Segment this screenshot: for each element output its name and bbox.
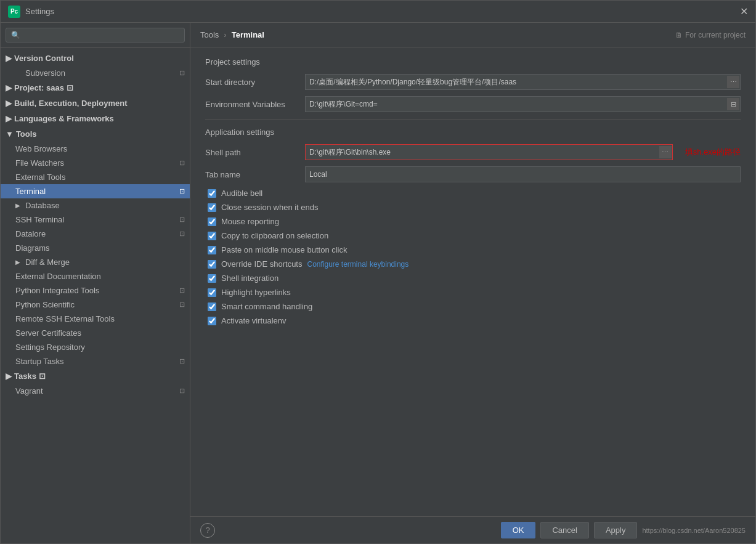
sidebar-item-python-integrated[interactable]: Python Integrated Tools ⊡: [1, 283, 190, 298]
tab-name-row: Tab name: [205, 166, 741, 182]
breadcrumb-project: 🗎 For current project: [675, 31, 746, 39]
breadcrumb-separator: ›: [224, 30, 226, 39]
override-ide-label: Override IDE shortcuts: [221, 259, 303, 269]
breadcrumb-terminal: Terminal: [232, 30, 264, 39]
sync-icon: ⊡: [179, 159, 185, 167]
help-button[interactable]: ?: [200, 523, 215, 538]
audible-bell-checkbox[interactable]: [208, 189, 216, 198]
sidebar-item-diagrams[interactable]: Diagrams: [1, 241, 190, 255]
arrow-icon: ▶: [15, 259, 23, 266]
sidebar-item-project-saas[interactable]: ▶ Project: saas ⊡: [1, 80, 190, 95]
copy-clipboard-checkbox[interactable]: [208, 232, 216, 240]
paste-middle-label: Paste on middle mouse button click: [221, 245, 348, 254]
mouse-reporting-label: Mouse reporting: [221, 217, 279, 226]
highlight-hyperlinks-checkbox[interactable]: [208, 288, 216, 297]
start-directory-input-wrapper: ⋯: [305, 74, 741, 90]
project-icon: 🗎: [675, 31, 683, 39]
sidebar-item-vagrant[interactable]: Vagrant ⊡: [1, 384, 190, 398]
shell-path-input-wrapper: ⋯: [305, 144, 673, 160]
right-panel: Tools › Terminal 🗎 For current project P…: [190, 23, 755, 543]
breadcrumb: Tools › Terminal 🗎 For current project: [190, 23, 755, 47]
sync-icon: ⊡: [179, 187, 185, 195]
sync-icon: ⊡: [39, 371, 46, 381]
sidebar-item-file-watchers[interactable]: File Watchers ⊡: [1, 156, 190, 170]
ok-button[interactable]: OK: [501, 522, 536, 538]
checkbox-override-ide: Override IDE shortcuts Configure termina…: [205, 259, 741, 269]
sidebar-item-web-browsers[interactable]: Web Browsers: [1, 142, 190, 156]
shell-path-browse-btn[interactable]: ⋯: [659, 146, 672, 158]
mouse-reporting-checkbox[interactable]: [208, 217, 216, 226]
sidebar-item-external-docs[interactable]: External Documentation: [1, 269, 190, 283]
sidebar-item-remote-ssh[interactable]: Remote SSH External Tools: [1, 312, 190, 326]
search-box: [1, 23, 190, 48]
close-session-checkbox[interactable]: [208, 203, 216, 212]
sidebar-item-languages-frameworks[interactable]: ▶ Languages & Frameworks: [1, 111, 190, 126]
paste-middle-checkbox[interactable]: [208, 246, 216, 254]
url-text: https://blog.csdn.net/Aaron520825: [642, 527, 746, 534]
override-ide-checkbox[interactable]: [208, 260, 216, 269]
bottom-bar: ? OK Cancel Apply https://blog.csdn.net/…: [190, 516, 755, 543]
sidebar-item-version-control[interactable]: ▶ Version Control: [1, 51, 190, 66]
activate-virtualenv-label: Activate virtualenv: [221, 316, 287, 325]
sidebar-item-tasks[interactable]: ▶ Tasks ⊡: [1, 368, 190, 384]
checkbox-mouse-reporting: Mouse reporting: [205, 217, 741, 226]
title-bar-left: Pc Settings: [8, 6, 54, 18]
env-variables-row: Environment Variables ⊟: [205, 96, 741, 112]
sidebar-item-build-execution[interactable]: ▶ Build, Execution, Deployment: [1, 95, 190, 111]
sidebar-item-settings-repo[interactable]: Settings Repository: [1, 340, 190, 354]
sidebar-item-ssh-terminal[interactable]: SSH Terminal ⊡: [1, 213, 190, 227]
shell-path-annotation: 填sh.exe的路径: [685, 147, 741, 158]
arrow-icon: ▶: [15, 202, 23, 209]
sidebar: ▶ Version Control Subversion ⊡ ▶ Project…: [1, 23, 190, 543]
main-content: ▶ Version Control Subversion ⊡ ▶ Project…: [1, 23, 755, 543]
sidebar-item-terminal[interactable]: Terminal ⊡: [1, 184, 190, 198]
activate-virtualenv-checkbox[interactable]: [208, 317, 216, 325]
checkbox-smart-command: Smart command handling: [205, 302, 741, 311]
arrow-icon: ▶: [6, 114, 12, 123]
settings-window: Pc Settings ✕ ▶ Version Control Subversi…: [0, 0, 756, 544]
smart-command-checkbox[interactable]: [208, 302, 216, 311]
close-session-label: Close session when it ends: [221, 203, 319, 212]
shell-integration-checkbox[interactable]: [208, 274, 216, 283]
checkbox-audible-bell: Audible bell: [205, 189, 741, 198]
highlight-hyperlinks-label: Highlight hyperlinks: [221, 288, 291, 297]
sidebar-item-datalore[interactable]: Datalore ⊡: [1, 227, 190, 241]
start-directory-browse-btn[interactable]: ⋯: [727, 76, 739, 88]
close-button[interactable]: ✕: [740, 7, 748, 17]
arrow-icon: ▶: [6, 54, 12, 63]
sync-icon: ⊡: [67, 83, 73, 92]
bottom-right: OK Cancel Apply https://blog.csdn.net/Aa…: [501, 522, 746, 538]
sidebar-item-tools[interactable]: ▼ Tools: [1, 126, 190, 142]
sidebar-item-python-scientific[interactable]: Python Scientific ⊡: [1, 298, 190, 312]
separator: [205, 120, 741, 120]
env-variables-browse-btn[interactable]: ⊟: [727, 98, 739, 110]
project-section-title: Project settings: [205, 57, 741, 67]
sync-icon: ⊡: [179, 357, 185, 365]
cancel-button[interactable]: Cancel: [540, 522, 588, 538]
configure-keybindings-link[interactable]: Configure terminal keybindings: [307, 260, 409, 269]
settings-content: Project settings Start directory ⋯ Envir…: [190, 47, 755, 516]
sidebar-item-server-certs[interactable]: Server Certificates: [1, 326, 190, 340]
search-input[interactable]: [6, 28, 185, 43]
env-variables-label: Environment Variables: [205, 100, 298, 109]
sidebar-item-startup-tasks[interactable]: Startup Tasks ⊡: [1, 354, 190, 368]
tab-name-input[interactable]: [305, 166, 741, 182]
sync-icon: ⊡: [179, 301, 185, 309]
start-directory-input[interactable]: [305, 74, 741, 90]
shell-path-input[interactable]: [305, 144, 673, 160]
sidebar-item-external-tools[interactable]: External Tools: [1, 170, 190, 184]
sidebar-tree: ▶ Version Control Subversion ⊡ ▶ Project…: [1, 48, 190, 543]
sync-icon: ⊡: [179, 216, 185, 224]
breadcrumb-tools: Tools: [200, 30, 219, 39]
title-bar: Pc Settings ✕: [1, 1, 755, 23]
arrow-icon: ▶: [6, 371, 12, 381]
project-label: For current project: [685, 31, 746, 39]
sidebar-item-database[interactable]: ▶ Database: [1, 198, 190, 213]
checkbox-copy-clipboard: Copy to clipboard on selection: [205, 231, 741, 240]
tab-name-input-wrapper: [305, 166, 741, 182]
apply-button[interactable]: Apply: [594, 522, 638, 538]
audible-bell-label: Audible bell: [221, 189, 262, 198]
sidebar-item-subversion[interactable]: Subversion ⊡: [1, 66, 190, 80]
sidebar-item-diff-merge[interactable]: ▶ Diff & Merge: [1, 255, 190, 269]
env-variables-input[interactable]: [305, 96, 741, 112]
